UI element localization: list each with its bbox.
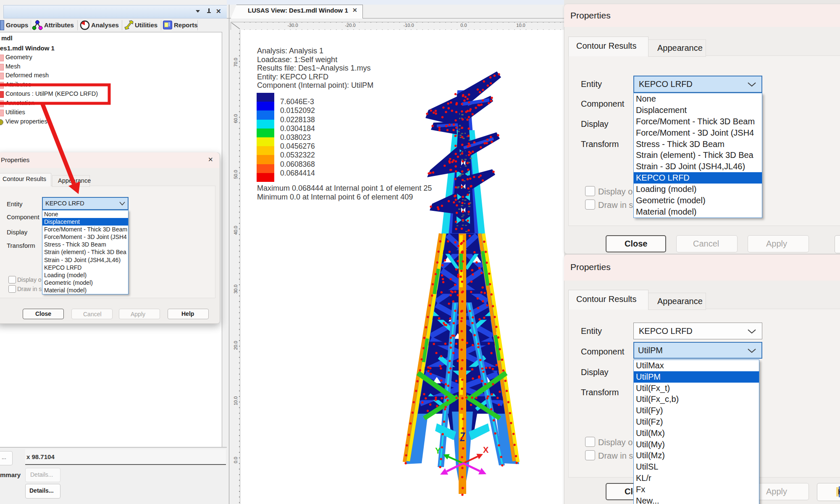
- svg-text:Y: Y: [435, 446, 441, 455]
- svg-text:X: X: [483, 445, 489, 454]
